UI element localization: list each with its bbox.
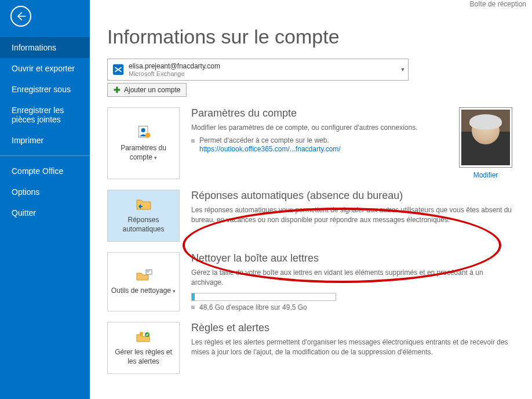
section-cleanup: Outils de nettoyage ▾ Nettoyer la boîte … — [107, 252, 515, 311]
plus-icon: ✚ — [114, 85, 121, 95]
sidebar-item-informations[interactable]: Informations — [0, 37, 90, 58]
folder-reply-icon — [134, 197, 153, 212]
bullet-icon — [191, 139, 195, 143]
account-settings-desc: Modifier les paramètres de ce compte, ou… — [191, 123, 445, 133]
sidebar-item-quitter[interactable]: Quitter — [0, 202, 90, 223]
cleanup-title: Nettoyer la boîte aux lettres — [191, 252, 515, 264]
cleanup-desc: Gérez la taille de votre boîte aux lettr… — [191, 268, 515, 288]
cleanup-tools-button[interactable]: Outils de nettoyage ▾ — [107, 252, 180, 311]
sidebar: Informations Ouvrir et exporter Enregist… — [0, 0, 90, 399]
sidebar-divider — [0, 155, 90, 156]
rules-desc: Les règles et les alertes permettent d'o… — [191, 338, 515, 358]
auto-replies-desc: Les réponses automatiques vous permetten… — [191, 205, 515, 226]
avatar — [459, 107, 512, 168]
owa-link[interactable]: https://outlook.office365.com/...fnacdar… — [199, 145, 341, 153]
account-type: Microsoft Exchange — [129, 70, 398, 77]
rules-title: Règles et alertes — [191, 322, 515, 334]
inbox-label: Boîte de réception — [470, 0, 526, 8]
svg-point-2 — [141, 128, 145, 132]
bullet-icon — [191, 306, 195, 309]
section-rules: Gérer les règles et les alertes Règles e… — [107, 322, 515, 374]
exchange-icon — [108, 63, 129, 76]
cleanup-icon — [134, 268, 153, 283]
svg-rect-6 — [140, 335, 143, 336]
section-account-settings: Paramètres du compte ▾ Paramètres du com… — [107, 107, 515, 179]
sidebar-item-compte-office[interactable]: Compte Office — [0, 161, 90, 182]
storage-progress-bar — [191, 293, 336, 301]
svg-point-3 — [145, 133, 150, 138]
arrow-left-icon — [15, 10, 27, 22]
sidebar-item-ouvrir-exporter[interactable]: Ouvrir et exporter — [0, 58, 90, 79]
section-auto-replies: Réponses automatiques Réponses automatiq… — [107, 190, 515, 242]
account-email: elisa.prejeant@fnacdarty.com — [129, 62, 398, 70]
auto-replies-button[interactable]: Réponses automatiques — [107, 190, 180, 242]
web-access-text: Permet d'accéder à ce compte sur le web. — [199, 136, 341, 144]
add-account-label: Ajouter un compte — [124, 86, 180, 94]
account-settings-button[interactable]: Paramètres du compte ▾ — [107, 107, 180, 179]
rules-alerts-button[interactable]: Gérer les règles et les alertes — [107, 322, 180, 374]
main-panel: Boîte de réception Informations sur le c… — [90, 0, 532, 399]
account-selector[interactable]: elisa.prejeant@fnacdarty.com Microsoft E… — [107, 59, 409, 81]
modify-avatar-link[interactable]: Modifier — [457, 171, 515, 179]
auto-replies-title: Réponses automatiques (absence du bureau… — [191, 190, 515, 202]
page-title: Informations sur le compte — [107, 26, 515, 48]
chevron-down-icon[interactable]: ▼ — [398, 67, 408, 72]
sidebar-item-enregistrer-pieces-jointes[interactable]: Enregistrer les pièces jointes — [0, 100, 90, 130]
back-button[interactable] — [10, 6, 31, 27]
sidebar-item-imprimer[interactable]: Imprimer — [0, 130, 90, 151]
storage-text: 48,6 Go d'espace libre sur 49,5 Go — [199, 303, 307, 311]
sidebar-item-enregistrer-sous[interactable]: Enregistrer sous — [0, 79, 90, 100]
rules-icon — [134, 329, 153, 344]
add-account-button[interactable]: ✚ Ajouter un compte — [107, 83, 187, 97]
account-settings-title: Paramètres du compte — [191, 107, 445, 119]
sidebar-item-options[interactable]: Options — [0, 182, 90, 202]
user-gear-icon — [136, 124, 152, 140]
